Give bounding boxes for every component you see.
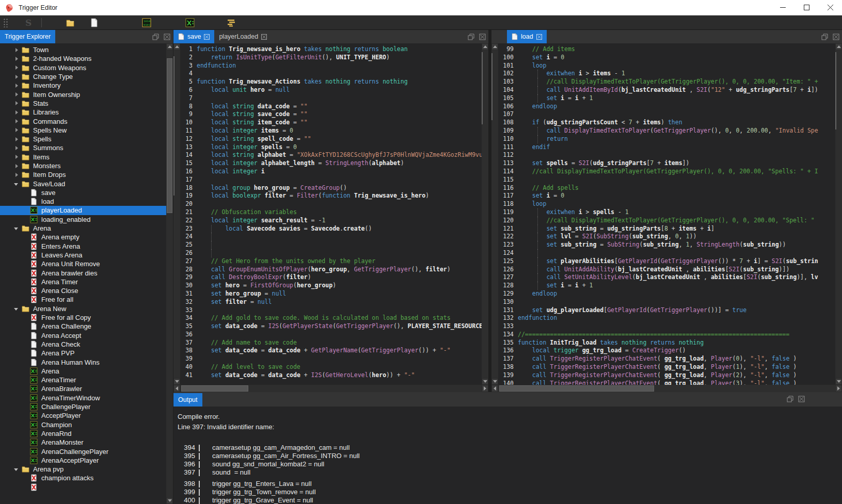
expand-arrow-icon[interactable] xyxy=(15,101,18,105)
code-line[interactable]: 24 xyxy=(180,233,482,241)
code-line[interactable]: 108 if (udg_stringPartsCount < 7 + items… xyxy=(498,119,835,127)
script-icon[interactable] xyxy=(184,17,196,28)
tree-item-arenatimerwindow[interactable]: ArenaTimerWindow xyxy=(0,394,166,402)
code-line[interactable]: 104 call UnitAddItemById(bj_lastCreatedU… xyxy=(498,86,835,94)
code-line[interactable]: 136 local trigger gg_trg_load = CreateTr… xyxy=(498,347,835,355)
tree-item-libraries[interactable]: Libraries xyxy=(0,108,166,117)
minimize-button[interactable] xyxy=(771,0,795,15)
close-tab-icon[interactable] xyxy=(536,34,542,40)
code-line[interactable]: 122 set lvl = S2I(SubString(sub_string, … xyxy=(498,233,835,241)
code-line[interactable]: 125 set playerAbilities[GetPlayerId(GetT… xyxy=(498,257,835,266)
explorer-vertical-scrollbar[interactable] xyxy=(166,43,173,504)
code-line[interactable]: 103 //call DisplayTimedTextToPlayer(GetT… xyxy=(498,78,835,86)
tree-item-summons[interactable]: Summons xyxy=(0,143,166,152)
code-line[interactable]: 4 xyxy=(180,70,482,78)
code-line[interactable]: 9 local string save_code = "" xyxy=(180,110,482,119)
expand-arrow-icon[interactable] xyxy=(15,92,18,96)
tree-item-arena-timer[interactable]: Arena Timer xyxy=(0,278,166,286)
code-line[interactable]: 36 xyxy=(180,331,482,339)
tree-item-commands[interactable]: Commands xyxy=(0,117,166,125)
tree-item-arena-close[interactable]: Arena Close xyxy=(0,286,166,295)
code-line[interactable]: 37 // Add name to save code xyxy=(180,339,482,347)
code-line[interactable]: 113 set spells = S2I(udg_stringParts[7 +… xyxy=(498,159,835,168)
scroll-down-icon[interactable] xyxy=(173,378,180,385)
scroll-right-icon[interactable] xyxy=(482,385,488,392)
tree-item-save-load[interactable]: Save/Load xyxy=(0,179,166,188)
code-editor-load[interactable]: 99 // Add items100 set i = 0101 loop102 … xyxy=(491,43,842,385)
code-line[interactable]: 23 local Savecode savies = Savecode.crea… xyxy=(180,225,482,233)
code-line[interactable]: 132endfunction xyxy=(498,314,835,322)
code-line[interactable]: 31 set hero_group = null xyxy=(180,290,482,298)
code-line[interactable]: 35 set data_code = I2S(GetPlayerState(Ge… xyxy=(180,322,482,331)
code-line[interactable]: 10 local string item_code = "" xyxy=(180,119,482,127)
code-line[interactable]: 118 loop xyxy=(498,200,835,208)
code-line[interactable]: 22 local integer search_result = -1 xyxy=(180,217,482,225)
code-line[interactable]: 120 //call DisplayTimedTextToPlayer(GetT… xyxy=(498,217,835,225)
editor-left-scrollbar[interactable] xyxy=(491,43,498,385)
code-line[interactable]: 130 xyxy=(498,298,835,306)
close-panel-icon[interactable] xyxy=(479,34,486,40)
tree-item-spells[interactable]: Spells xyxy=(0,135,166,143)
expand-arrow-icon[interactable] xyxy=(15,75,18,79)
code-line[interactable]: 114 //call DisplayTimedTextToPlayer(GetT… xyxy=(498,168,835,176)
tree-item-arenarnd[interactable]: ArenaRnd xyxy=(0,429,166,438)
close-tab-icon[interactable] xyxy=(261,34,267,40)
close-panel-icon[interactable] xyxy=(798,396,805,402)
tab-output[interactable]: Output xyxy=(173,393,202,407)
collapse-arrow-icon[interactable] xyxy=(14,183,18,186)
editor-horizontal-scrollbar[interactable] xyxy=(173,385,488,392)
code-line[interactable]: 30 set hero = FirstOfGroup(hero_group) xyxy=(180,282,482,290)
expand-arrow-icon[interactable] xyxy=(15,128,18,132)
code-line[interactable]: 5function Trig_newsave_Actions takes not… xyxy=(180,78,482,86)
float-panel-icon[interactable] xyxy=(821,34,828,40)
scroll-up-icon[interactable] xyxy=(173,43,180,50)
tree-item-arenamonster[interactable]: ArenaMonster xyxy=(0,438,166,447)
tree-item-arena[interactable]: Arena xyxy=(0,367,166,376)
editor-left-scrollbar[interactable] xyxy=(173,43,180,385)
code-line[interactable]: 111 endif xyxy=(498,143,835,152)
code-line[interactable]: 99 // Add items xyxy=(498,45,835,54)
scroll-up-icon[interactable] xyxy=(835,43,842,50)
code-line[interactable]: 33 xyxy=(180,306,482,315)
tab-load[interactable]: load xyxy=(507,30,547,43)
expand-arrow-icon[interactable] xyxy=(15,173,18,177)
scroll-down-icon[interactable] xyxy=(482,378,488,385)
new-folder-icon[interactable] xyxy=(65,17,76,28)
code-line[interactable]: 137 call TriggerRegisterPlayerChatEvent(… xyxy=(498,355,835,363)
tree-item-arena-pvp[interactable]: Arena PVP xyxy=(0,349,166,357)
code-line[interactable]: 109 call DisplayTimedTextToPlayer(GetTri… xyxy=(498,127,835,135)
code-line[interactable]: 116 // Add spells xyxy=(498,184,835,192)
code-line[interactable]: 28 call GroupEnumUnitsOfPlayer(hero_grou… xyxy=(180,266,482,274)
tree-item-arena[interactable]: Arena xyxy=(0,224,166,233)
code-line[interactable]: 105 set i = i + 1 xyxy=(498,94,835,103)
tree-item-arenatimer[interactable]: ArenaTimer xyxy=(0,376,166,384)
scroll-up-icon[interactable] xyxy=(166,43,173,50)
tree-item-arena-human-wins[interactable]: Arena Human Wins xyxy=(0,357,166,366)
code-line[interactable]: 7 xyxy=(180,94,482,103)
code-line[interactable]: 2 return IsUnitType(GetFilterUnit(), UNI… xyxy=(180,54,482,62)
code-line[interactable]: 112 xyxy=(498,151,835,159)
code-line[interactable]: 25 xyxy=(180,241,482,249)
close-tab-icon[interactable] xyxy=(204,34,210,40)
expand-arrow-icon[interactable] xyxy=(15,110,18,115)
tree-item-arenabrawler[interactable]: ArenaBrawler xyxy=(0,384,166,393)
code-line[interactable]: 32 set filter = null xyxy=(180,298,482,306)
code-line[interactable]: 129 endloop xyxy=(498,290,835,298)
code-line[interactable]: 127 call SetUnitAbilityLevel(bj_lastCrea… xyxy=(498,273,835,282)
tree-item-arenachallengeplayer[interactable]: ArenaChallengePlayer xyxy=(0,447,166,456)
tree-item-2-handed-weapons[interactable]: 2-handed Weapons xyxy=(0,54,166,63)
close-panel-icon[interactable] xyxy=(833,34,839,40)
collapse-arrow-icon[interactable] xyxy=(14,468,18,471)
expand-arrow-icon[interactable] xyxy=(15,155,18,159)
scroll-up-icon[interactable] xyxy=(491,43,498,50)
code-line[interactable]: 6 local unit hero = null xyxy=(180,86,482,94)
new-trigger-icon[interactable] xyxy=(88,17,100,28)
maximize-button[interactable] xyxy=(795,0,818,15)
tree-item-champion[interactable]: Champion xyxy=(0,420,166,429)
scroll-left-icon[interactable] xyxy=(173,385,180,392)
tree-item-free-for-all[interactable]: Free for all xyxy=(0,295,166,304)
tree-item-inventory[interactable]: Inventory xyxy=(0,81,166,90)
close-panel-icon[interactable] xyxy=(164,34,170,40)
editor-horizontal-scrollbar[interactable] xyxy=(491,385,842,392)
code-line[interactable]: 17 xyxy=(180,176,482,184)
